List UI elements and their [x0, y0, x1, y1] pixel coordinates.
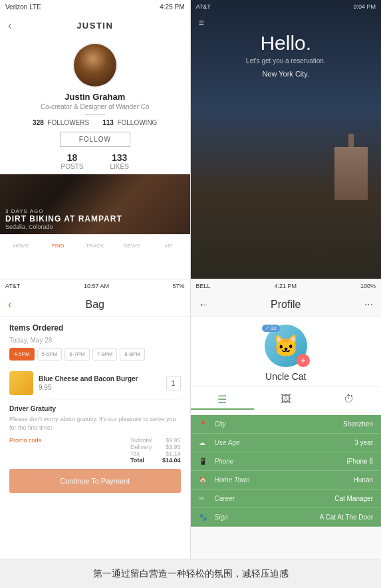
item-price: 9.95 [39, 384, 161, 391]
cat-more-button[interactable]: ··· [364, 299, 373, 311]
avatar [72, 43, 118, 88]
profile-stats: 328 FOLLOWERS 113 FOLLOWING [0, 119, 190, 126]
gratuity-title: Driver Gratuity [9, 405, 181, 412]
continue-payment-button[interactable]: Continue To Payment [9, 469, 181, 493]
screen-bag: AT&T 10:57 AM 57% ‹ Bag Items Ordered To… [0, 279, 191, 559]
time-slots: 4-5PM 5-6PM 6-7PM 7-8PM 8-9PM [9, 348, 181, 361]
profile-photo: 3 DAYS AGO DIRT BIKING AT RAMPART Sedali… [0, 174, 190, 234]
total-breakdown: Subtotal $9.95 Delivery $3.95 Tax $1.14 … [130, 437, 181, 464]
time-justin: 4:25 PM [160, 3, 184, 11]
order-item: Blue Cheese and Bacon Burger 9.95 1 [9, 367, 181, 400]
cat-avatar-emoji: 🐱 [273, 333, 299, 359]
phone-val: iPhone 6 [347, 458, 373, 465]
subtotal-label: Subtotal [130, 437, 152, 444]
subtotal-row: Subtotal $9.95 [130, 437, 181, 444]
location-icon: 📍 [199, 420, 209, 428]
status-bar-hello: AT&T 9:04 PM [191, 0, 382, 13]
carrier-cat: BELL [196, 283, 211, 289]
add-friend-button[interactable]: + [297, 354, 310, 367]
battery-cat: 100% [360, 283, 376, 289]
total-label: Total [130, 457, 144, 464]
phone-row: 📱 Phone iPhone 6 [191, 452, 382, 471]
bio: Co-creator & Designer of Wander Co [0, 103, 190, 110]
item-image [9, 371, 33, 395]
items-ordered-label: Items Ordered [9, 323, 181, 333]
badge-num: 32 [271, 325, 277, 331]
nav-track[interactable]: TRACK [76, 240, 114, 251]
time-slot-2[interactable]: 6-7PM [64, 348, 90, 361]
follow-button[interactable]: FOLLOW [60, 132, 130, 147]
avatar-image [74, 44, 116, 86]
time-slot-4[interactable]: 8-9PM [120, 348, 145, 361]
posts-stat: 18 POSTS [61, 152, 84, 170]
cat-badge: ♂ 32 [262, 325, 280, 332]
promo-code-link[interactable]: Promo code [9, 437, 42, 444]
screen-hello: AT&T 9:04 PM ≡ Hello. Let's get you a re… [191, 0, 382, 279]
following-label: FOLLOWING [117, 119, 157, 126]
hometown-val: Hunan [354, 476, 373, 484]
status-bar-justin: Verizon LTE 4:25 PM [0, 0, 190, 13]
nav-me[interactable]: ME [150, 240, 188, 251]
posts-count: 18 [61, 152, 84, 163]
cat-profile-section: 🐱 ♂ 32 + Uncle Cat ☰ 🖼 ⏱ [191, 317, 382, 415]
hello-content: ≡ Hello. Let's get you a reservation. Ne… [191, 13, 382, 78]
photo-title: DIRT BIKING AT RAMPART [5, 214, 185, 223]
days-ago: 3 DAYS AGO [5, 208, 185, 214]
cat-tab-activity[interactable]: ⏱ [318, 390, 382, 410]
time-slot-0[interactable]: 4-5PM [9, 348, 35, 361]
nav-news[interactable]: NEWS [114, 240, 151, 251]
following-count: 113 [102, 119, 114, 126]
promo-total-row: Promo code Subtotal $9.95 Delivery $3.95… [9, 437, 181, 464]
sign-icon: 🐾 [199, 514, 209, 521]
delivery-label: Delivery [130, 444, 152, 450]
caption-bar: 第一通过留白营造一种轻松的氛围，减轻压迫感 [0, 559, 381, 588]
city-val: Shenzhen [343, 420, 373, 428]
status-bar-cat: BELL 4:21 PM 100% [191, 279, 382, 293]
menu-icon[interactable]: ≡ [199, 17, 374, 28]
gender-icon: ♂ [265, 325, 269, 331]
item-qty: 1 [166, 376, 181, 390]
cat-tab-photos[interactable]: 🖼 [254, 390, 318, 410]
followers-count: 328 [33, 119, 44, 126]
followers-label: FOLLOWERS [47, 119, 89, 126]
gratuity-section: Driver Gratuity Please don't worry about… [9, 405, 181, 432]
cat-avatar-wrap: 🐱 ♂ 32 + [265, 325, 307, 367]
hometown-key: Home Town [215, 476, 354, 484]
bag-content: Items Ordered Today, May 28 4-5PM 5-6PM … [0, 317, 190, 500]
cloud-icon: ☁ [199, 439, 209, 446]
back-arrow-icon[interactable]: ‹ [8, 19, 12, 33]
tax-row: Tax $1.14 [130, 450, 181, 457]
time-cat: 4:21 PM [274, 283, 297, 289]
cat-tab-list[interactable]: ☰ [191, 390, 255, 410]
nav-home[interactable]: HOME [3, 240, 40, 251]
cat-info-list: 📍 City Shenzhen ☁ Use Age 3 year 📱 Phone… [191, 415, 382, 527]
hello-city[interactable]: New York City. [199, 70, 374, 78]
carrier-justin: Verizon LTE [5, 3, 41, 11]
career-row: ✂ Career Cat Manager [191, 490, 382, 508]
tax-val: $1.14 [166, 450, 181, 457]
total-val: $14.04 [162, 457, 181, 464]
cat-name: Uncle Cat [265, 371, 306, 382]
cat-back-button[interactable]: ← [199, 299, 209, 311]
delivery-val: $3.95 [166, 444, 181, 450]
bag-back-button[interactable]: ‹ [8, 299, 11, 311]
city-key: City [215, 420, 343, 428]
city-row: 📍 City Shenzhen [191, 415, 382, 434]
likes-stat: 133 LIKES [110, 152, 129, 170]
follow-btn-wrap: FOLLOW [0, 132, 190, 147]
likes-label: LIKES [110, 163, 129, 170]
age-key: Use Age [215, 439, 355, 446]
screen-justin: Verizon LTE 4:25 PM ‹ JUSTIN Justin Grah… [0, 0, 191, 279]
total-row: Total $14.04 [130, 457, 181, 464]
time-slot-1[interactable]: 5-6PM [37, 348, 63, 361]
post-likes-row: 18 POSTS 133 LIKES [0, 152, 190, 170]
age-row: ☁ Use Age 3 year [191, 434, 382, 452]
item-name: Blue Cheese and Bacon Burger [39, 375, 161, 382]
time-slot-3[interactable]: 7-8PM [92, 348, 118, 361]
carrier-bag: AT&T [5, 283, 20, 289]
nav-find[interactable]: FIND [40, 240, 77, 251]
gratuity-text: Please don't worry about gratuity. It's … [9, 415, 181, 432]
subtotal-val: $9.95 [166, 437, 181, 444]
home-icon: 🏠 [199, 476, 209, 484]
bag-header: ‹ Bag [0, 293, 190, 317]
